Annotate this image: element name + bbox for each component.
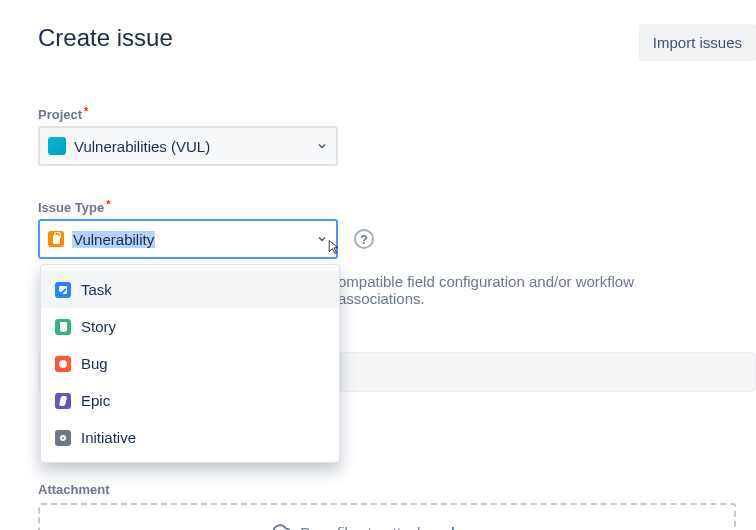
attachment-drop-text: Drop files to attach, or browse. [300, 524, 503, 531]
mouse-cursor-icon [326, 237, 342, 257]
issue-type-option-bug[interactable]: Bug [41, 345, 339, 382]
issue-type-option-story[interactable]: Story [41, 308, 339, 345]
issue-type-select[interactable]: Vulnerability Task Story [38, 219, 338, 259]
option-label: Task [81, 281, 112, 298]
upload-cloud-icon [270, 521, 292, 530]
option-label: Initiative [81, 429, 136, 446]
task-icon [55, 282, 71, 298]
issue-type-option-task[interactable]: Task [41, 271, 339, 308]
issue-type-option-epic[interactable]: Epic [41, 382, 339, 419]
project-field-group: Project * Vulnerabilities (VUL) [38, 105, 718, 166]
issue-type-option-initiative[interactable]: Initiative [41, 419, 339, 456]
bug-icon [55, 356, 71, 372]
chevron-down-icon [316, 231, 328, 248]
project-avatar-icon [48, 137, 66, 155]
project-select[interactable]: Vulnerabilities (VUL) [38, 126, 338, 166]
option-label: Bug [81, 355, 108, 372]
required-star-icon: * [106, 198, 110, 210]
story-icon [55, 319, 71, 335]
issue-type-field-group: Issue Type * Vulnerability Task [38, 198, 718, 307]
chevron-down-icon [316, 138, 328, 155]
epic-icon [55, 393, 71, 409]
issue-type-select-value: Vulnerability [72, 231, 155, 248]
project-select-value: Vulnerabilities (VUL) [74, 138, 210, 155]
issue-type-label-text: Issue Type [38, 200, 104, 215]
option-label: Story [81, 318, 116, 335]
project-label: Project * [38, 107, 88, 122]
browse-link[interactable]: browse [451, 524, 499, 531]
option-label: Epic [81, 392, 110, 409]
field-config-note: ompatible field configuration and/or wor… [338, 273, 718, 307]
page-title: Create issue [38, 24, 173, 52]
attachment-label: Attachment [38, 482, 736, 497]
project-label-text: Project [38, 107, 82, 122]
vulnerability-icon [48, 231, 64, 247]
initiative-icon [55, 430, 71, 446]
help-icon[interactable]: ? [354, 229, 374, 249]
required-star-icon: * [84, 105, 88, 117]
issue-type-label: Issue Type * [38, 200, 111, 215]
issue-type-dropdown: Task Story Bug Epic [40, 264, 340, 463]
drop-text-prefix: Drop files to attach, or [300, 524, 451, 531]
attachment-dropzone[interactable]: Drop files to attach, or browse. [38, 503, 736, 530]
drop-text-suffix: . [500, 524, 504, 531]
import-issues-button[interactable]: Import issues [639, 24, 756, 61]
